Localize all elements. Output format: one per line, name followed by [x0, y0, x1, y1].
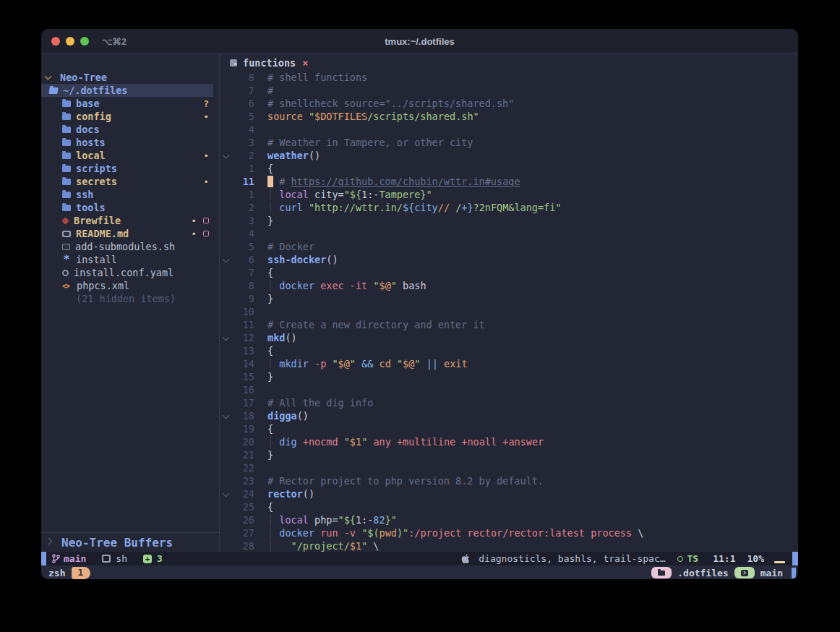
code-line[interactable]: 2 curl "http://wttr.in/${city// /+}?2nFQ…: [220, 201, 798, 214]
sidebar-item-docs[interactable]: docs: [41, 123, 219, 136]
sidebar-item-21-hidden-items[interactable]: (21 hidden items): [41, 292, 219, 305]
line-text: digga(): [267, 409, 798, 422]
mode-indicator-block: [41, 552, 46, 565]
code-line[interactable]: 7{: [220, 266, 798, 279]
code-token: $@: [380, 280, 391, 291]
fold-column: [220, 396, 231, 409]
sidebar-item-install-conf-yaml[interactable]: install.conf.yaml: [41, 266, 219, 279]
code-line[interactable]: 3# Weather in Tampere, or other city: [220, 136, 798, 149]
sidebar-item-tools[interactable]: tools: [41, 201, 219, 214]
neo-tree-header[interactable]: Neo-Tree: [41, 71, 219, 84]
code-line[interactable]: 6ssh-docker(): [220, 253, 798, 266]
code-token: /: [450, 202, 461, 213]
fold-column: [220, 240, 231, 253]
code-token: \: [632, 527, 643, 539]
line-text: [267, 227, 798, 240]
gear-icon: [62, 270, 69, 276]
fold-chevron-icon[interactable]: [222, 490, 229, 497]
code-line[interactable]: 25{: [220, 500, 798, 513]
code-line[interactable]: 6# shellcheck source="../scripts/shared.…: [220, 97, 798, 110]
code-line[interactable]: 24rector(): [220, 487, 798, 500]
tmux-shell-label: zsh: [48, 568, 65, 578]
tmux-branch: main: [760, 568, 783, 578]
code-line[interactable]: 1 local city="${1:-Tampere}": [220, 188, 798, 201]
line-number: 24: [231, 487, 254, 500]
code-line[interactable]: 1{: [220, 162, 798, 175]
fold-chevron-icon[interactable]: [222, 255, 229, 262]
code-line[interactable]: 28 "/project/$1" \: [220, 539, 798, 552]
scroll-percent: 10%: [747, 553, 764, 564]
sidebar-item-install[interactable]: *install: [41, 253, 219, 266]
code-line[interactable]: 14 mkdir -p "$@" && cd "$@" || exit: [220, 357, 798, 370]
filetype-label: sh: [116, 553, 127, 564]
sidebar-item-base[interactable]: base?: [41, 97, 219, 110]
sidebar-item-add-submodules-sh[interactable]: add-submodules.sh: [41, 240, 219, 253]
code-line[interactable]: 26 local php="${1:-82}": [220, 513, 798, 526]
fold-chevron-icon[interactable]: [222, 333, 229, 341]
filetype-segment: sh: [102, 553, 127, 564]
code-line[interactable]: 11# Create a new directory and enter it: [220, 318, 798, 331]
code-line[interactable]: 16: [220, 383, 798, 396]
sidebar-item-local[interactable]: local•: [41, 149, 219, 162]
line-number: 19: [231, 422, 254, 435]
code-token: # Create a new directory and enter it: [267, 319, 485, 330]
progress-mark: [774, 561, 785, 563]
code-line[interactable]: 23# Rector project to php version 8.2 by…: [220, 474, 798, 487]
fold-column: [220, 539, 231, 552]
code-token: https://github.com/chubin/wttr.in#usage: [291, 176, 520, 187]
code-line[interactable]: 3}: [220, 214, 798, 227]
sidebar-item-phpcs-xml[interactable]: <>phpcs.xml: [41, 279, 219, 292]
code-line[interactable]: 18digga(): [220, 409, 798, 422]
sidebar-item-secrets[interactable]: secrets•: [41, 175, 219, 188]
neo-tree-buffers-section[interactable]: Neo-Tree Buffers: [41, 532, 219, 552]
line-text: mkd(): [267, 331, 798, 344]
tmux-window-index[interactable]: 1: [72, 567, 90, 579]
code-line[interactable]: 27 docker run -v "$(pwd)":/project recto…: [220, 526, 798, 539]
line-text: {: [267, 500, 798, 513]
sidebar-item-readme-md[interactable]: README.md•: [41, 227, 219, 240]
line-text: # https://github.com/chubin/wttr.in#usag…: [267, 175, 798, 188]
code-line[interactable]: 4: [220, 227, 798, 240]
tab-functions[interactable]: functions: [243, 57, 296, 69]
sidebar-item-label: README.md: [76, 228, 129, 239]
code-token: weather: [267, 150, 309, 161]
sidebar-item-config[interactable]: config•: [41, 110, 219, 123]
code-line[interactable]: 21}: [220, 448, 798, 461]
buffers-header: Neo-Tree Buffers: [61, 536, 173, 550]
code-line[interactable]: 2weather(): [220, 149, 798, 162]
code-line[interactable]: 7#: [220, 84, 798, 97]
sidebar-item-brewfile[interactable]: Brewfile•: [41, 214, 219, 227]
code-line[interactable]: 13{: [220, 344, 798, 357]
close-icon[interactable]: ×: [302, 57, 308, 69]
sidebar-item-scripts[interactable]: scripts: [41, 162, 219, 175]
code-line[interactable]: 22: [220, 461, 798, 474]
sidebar-item-hosts[interactable]: hosts: [41, 136, 219, 149]
unsaved-square-badge: [203, 231, 209, 236]
indent-guide: [270, 540, 271, 552]
tmux-status-bar: zsh 1 .dotfiles main: [41, 565, 798, 579]
code-line[interactable]: 17# All the dig info: [220, 396, 798, 409]
code-line[interactable]: 9}: [220, 292, 798, 305]
code-line[interactable]: 10: [220, 305, 798, 318]
fold-chevron-icon[interactable]: [222, 151, 229, 158]
unsaved-square-badge: [203, 218, 209, 223]
code-line[interactable]: 5# Docker: [220, 240, 798, 253]
code-line[interactable]: 8 docker exec -it "$@" bash: [220, 279, 798, 292]
code-line[interactable]: 4: [220, 123, 798, 136]
line-number: 27: [231, 526, 254, 539]
fold-column: [220, 201, 231, 214]
folder-open-icon: [48, 87, 58, 94]
code-line[interactable]: 15}: [220, 370, 798, 383]
sidebar-item-ssh[interactable]: ssh: [41, 188, 219, 201]
code-line[interactable]: 12mkd(): [220, 331, 798, 344]
code-line[interactable]: 20 dig +nocmd "$1" any +multiline +noall…: [220, 435, 798, 448]
code-token: [356, 527, 361, 539]
code-line[interactable]: 11 # https://github.com/chubin/wttr.in#u…: [220, 175, 798, 188]
fold-chevron-icon[interactable]: [222, 411, 229, 419]
code-line[interactable]: 5source "$DOTFILES/scripts/shared.sh": [220, 110, 798, 123]
fold-column: [220, 71, 231, 84]
code-line[interactable]: 19{: [220, 422, 798, 435]
code-line[interactable]: 8# shell functions: [220, 71, 798, 84]
git-branch-name: main: [64, 553, 86, 564]
sidebar-item-root[interactable]: ~/.dotfiles: [41, 84, 213, 97]
